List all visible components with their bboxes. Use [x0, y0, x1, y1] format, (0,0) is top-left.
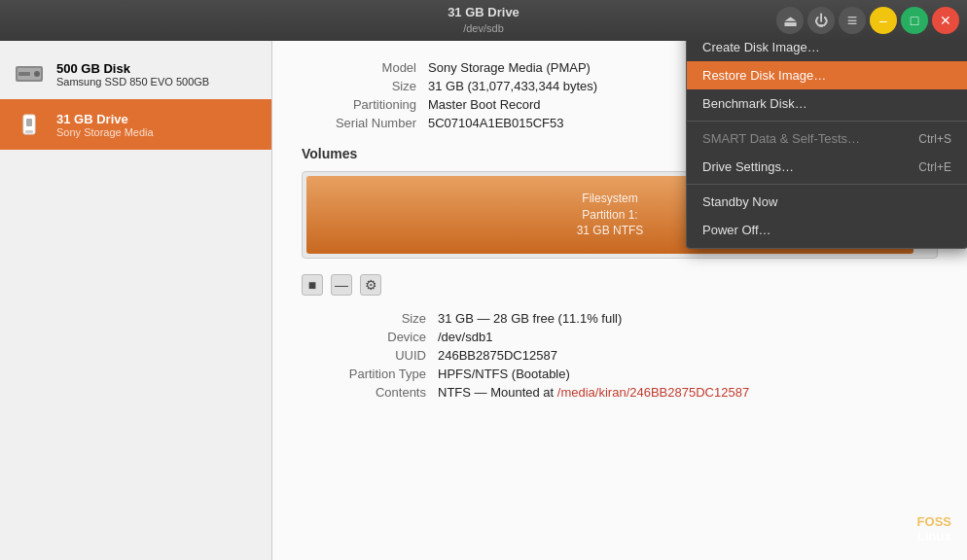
dropdown-menu: Format Disk… Ctrl+F Create Disk Image… R…: [686, 41, 967, 249]
vol-size-label: Size: [302, 311, 438, 326]
disk-name-500gb: 500 GB Disk: [56, 61, 209, 76]
menu-shortcut-smart-data: Ctrl+S: [918, 132, 951, 146]
vol-device-label: Device: [302, 330, 438, 344]
titlebar-controls: ⏏ ⏻ ≡ – □ ✕: [776, 7, 959, 34]
volume-line1: Filesystem: [582, 192, 637, 205]
model-label: Model: [302, 60, 428, 75]
watermark-foss: FOSS: [917, 514, 951, 529]
size-value: 31 GB (31,077,433,344 bytes): [428, 79, 597, 93]
disk-info-31gb: 31 GB Drive Sony Storage Media: [56, 112, 154, 138]
window-subtitle: /dev/sdb: [448, 21, 519, 35]
svg-rect-5: [25, 130, 33, 133]
disk-info-500gb: 500 GB Disk Samsung SSD 850 EVO 500GB: [56, 61, 209, 88]
partitioning-label: Partitioning: [302, 97, 428, 112]
vol-device-row: Device /dev/sdb1: [302, 330, 938, 344]
vol-uuid-value: 246BB2875DC12587: [438, 348, 557, 363]
menu-item-restore-disk-image[interactable]: Restore Disk Image…: [687, 61, 967, 89]
menu-button[interactable]: ≡: [839, 7, 866, 34]
svg-rect-6: [26, 119, 32, 126]
svg-point-2: [34, 71, 40, 77]
watermark: FOSS Linux: [917, 514, 951, 544]
maximize-button[interactable]: □: [901, 7, 928, 34]
partitioning-value: Master Boot Record: [428, 97, 541, 112]
eject-button[interactable]: ⏏: [776, 7, 804, 34]
vol-contents-prefix: NTFS — Mounted at: [438, 385, 557, 400]
menu-item-benchmark-disk[interactable]: Benchmark Disk…: [687, 89, 967, 118]
volume-actions: ■ — ⚙: [302, 274, 938, 296]
menu-label-drive-settings: Drive Settings…: [702, 159, 794, 174]
menu-label-standby-now: Standby Now: [702, 194, 777, 209]
disk-sub-31gb: Sony Storage Media: [56, 126, 154, 138]
svg-rect-3: [18, 72, 30, 76]
sidebar-item-500gb[interactable]: 500 GB Disk Samsung SSD 850 EVO 500GB: [0, 49, 271, 99]
menu-shortcut-drive-settings: Ctrl+E: [918, 160, 951, 174]
hdd-icon: [12, 56, 47, 91]
model-value: Sony Storage Media (PMAP): [428, 60, 591, 75]
menu-item-smart-data: SMART Data & Self-Tests… Ctrl+S: [687, 124, 967, 153]
main-window: 500 GB Disk Samsung SSD 850 EVO 500GB 31…: [0, 41, 967, 560]
volume-minus-button[interactable]: —: [331, 274, 352, 296]
menu-separator-2: [687, 184, 967, 185]
sidebar-item-31gb[interactable]: 31 GB Drive Sony Storage Media: [0, 99, 271, 150]
window-title: 31 GB Drive: [448, 5, 519, 21]
minimize-button[interactable]: –: [870, 7, 897, 34]
menu-item-power-off[interactable]: Power Off…: [687, 216, 967, 244]
serial-label: Serial Number: [302, 116, 428, 130]
menu-item-drive-settings[interactable]: Drive Settings… Ctrl+E: [687, 153, 967, 181]
menu-label-create-disk-image: Create Disk Image…: [702, 41, 820, 54]
close-button[interactable]: ✕: [932, 7, 959, 34]
vol-contents-label: Contents: [302, 385, 438, 400]
vol-parttype-row: Partition Type HPFS/NTFS (Bootable): [302, 367, 938, 381]
volume-line2: Partition 1:: [582, 208, 637, 222]
menu-separator-1: [687, 121, 967, 122]
vol-contents-value: NTFS — Mounted at /media/kiran/246BB2875…: [438, 385, 749, 400]
serial-value: 5C07104A1EB015CF53: [428, 116, 564, 130]
watermark-linux: Linux: [917, 529, 951, 543]
vol-parttype-label: Partition Type: [302, 367, 438, 381]
sidebar: 500 GB Disk Samsung SSD 850 EVO 500GB 31…: [0, 41, 272, 560]
volume-bar-label: Filesystem Partition 1: 31 GB NTFS: [577, 191, 644, 239]
menu-label-benchmark-disk: Benchmark Disk…: [702, 96, 807, 111]
vol-uuid-row: UUID 246BB2875DC12587: [302, 348, 938, 363]
volume-settings-button[interactable]: ⚙: [360, 274, 381, 296]
vol-contents-row: Contents NTFS — Mounted at /media/kiran/…: [302, 385, 938, 400]
menu-item-create-disk-image[interactable]: Create Disk Image…: [687, 41, 967, 61]
vol-size-value: 31 GB — 28 GB free (11.1% full): [438, 311, 622, 326]
titlebar: 31 GB Drive /dev/sdb ⏏ ⏻ ≡ – □ ✕: [0, 0, 967, 41]
vol-device-value: /dev/sdb1: [438, 330, 492, 344]
vol-parttype-value: HPFS/NTFS (Bootable): [438, 367, 570, 381]
vol-uuid-label: UUID: [302, 348, 438, 363]
content-area: Model Sony Storage Media (PMAP) Size 31 …: [272, 41, 967, 560]
power-button[interactable]: ⏻: [807, 7, 835, 34]
menu-label-smart-data: SMART Data & Self-Tests…: [702, 131, 860, 146]
disk-name-31gb: 31 GB Drive: [56, 112, 154, 126]
disk-sub-500gb: Samsung SSD 850 EVO 500GB: [56, 76, 209, 88]
menu-label-power-off: Power Off…: [702, 223, 771, 237]
vol-size-row: Size 31 GB — 28 GB free (11.1% full): [302, 311, 938, 326]
titlebar-title: 31 GB Drive /dev/sdb: [448, 5, 519, 35]
volume-stop-button[interactable]: ■: [302, 274, 323, 296]
vol-contents-link[interactable]: /media/kiran/246BB2875DC12587: [557, 385, 749, 400]
size-label: Size: [302, 79, 428, 93]
menu-item-standby-now[interactable]: Standby Now: [687, 188, 967, 216]
menu-label-restore-disk-image: Restore Disk Image…: [702, 68, 826, 83]
usb-icon: [12, 107, 47, 142]
volume-line3: 31 GB NTFS: [577, 224, 644, 237]
